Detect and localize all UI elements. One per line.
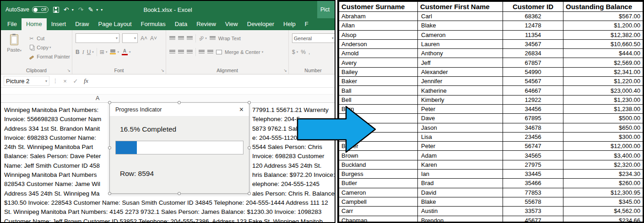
align-middle-button[interactable]: [178, 36, 184, 41]
table-cell[interactable]: $567.00: [563, 12, 643, 21]
table-cell[interactable]: 77853: [503, 188, 563, 197]
tab-page-layout[interactable]: Page Layout: [94, 18, 136, 30]
table-cell[interactable]: Peter: [418, 142, 503, 151]
table-cell[interactable]: Austin: [418, 207, 503, 216]
accounting-format-button[interactable]: $: [292, 49, 295, 55]
table-cell[interactable]: $300.00: [563, 132, 643, 141]
font-name-select[interactable]: ▾: [76, 33, 119, 43]
customize-quick-access-icon[interactable]: ▾: [101, 8, 103, 12]
table-cell[interactable]: Chapman: [339, 216, 418, 223]
autosave-toggle[interactable]: AutoSave Off: [5, 6, 49, 13]
table-cell[interactable]: Butler: [339, 179, 418, 188]
table-cell[interactable]: $2,320.00: [563, 160, 643, 169]
table-cell[interactable]: Alsop: [339, 30, 418, 39]
column-header-customer-first-name[interactable]: Customer First Name: [418, 2, 503, 12]
fill-color-button[interactable]: [110, 49, 116, 54]
table-cell[interactable]: $2,569.00: [563, 58, 643, 67]
table-cell[interactable]: 34456: [503, 104, 563, 113]
tab-home[interactable]: Home: [22, 18, 47, 30]
table-cell[interactable]: $10,660.50: [563, 39, 643, 48]
table-cell[interactable]: Dave: [418, 114, 503, 123]
table-cell[interactable]: Allan: [339, 21, 418, 30]
pen-icon[interactable]: ✎: [88, 6, 94, 13]
table-cell[interactable]: Arnold: [339, 49, 418, 58]
table-cell[interactable]: Cameron: [418, 30, 503, 39]
alignment-dialog-launcher-icon[interactable]: ↘: [283, 69, 287, 73]
table-cell[interactable]: 12478: [503, 21, 563, 30]
column-header-row[interactable]: A: [1, 95, 335, 103]
format-painter-button[interactable]: Format Painter: [28, 53, 70, 60]
table-cell[interactable]: 68362: [503, 12, 563, 21]
table-cell[interactable]: $1,200.00: [563, 21, 643, 30]
clipboard-dialog-launcher-icon[interactable]: ↘: [67, 69, 70, 73]
table-cell[interactable]: Adam: [418, 151, 503, 160]
table-cell[interactable]: $12,382.00: [563, 30, 643, 39]
table-cell[interactable]: Ball: [339, 86, 418, 95]
wrap-text-button[interactable]: Wrap Text: [218, 36, 241, 41]
table-cell[interactable]: $3,400.00: [563, 151, 643, 160]
shrink-font-button[interactable]: A˅: [150, 36, 157, 41]
align-right-button[interactable]: [187, 50, 193, 54]
table-cell[interactable]: $345.00: [563, 197, 643, 206]
comma-style-button[interactable]: ,: [308, 49, 310, 55]
align-center-button[interactable]: [178, 50, 184, 54]
table-cell[interactable]: $12,000.00: [563, 142, 643, 151]
table-cell[interactable]: 64667: [503, 86, 563, 95]
tab-review[interactable]: Review: [192, 18, 221, 30]
orientation-button[interactable]: ab: [198, 35, 205, 42]
selection-handle[interactable]: [178, 192, 181, 195]
selection-handle[interactable]: [108, 192, 111, 195]
column-header-customer-surname[interactable]: Customer Surname: [339, 2, 418, 12]
table-cell[interactable]: $234.30: [563, 170, 643, 179]
table-cell[interactable]: 34567: [503, 39, 563, 48]
table-cell[interactable]: Carl: [418, 12, 503, 21]
table-cell[interactable]: $1,230.00: [563, 95, 643, 104]
table-cell[interactable]: Baker: [339, 77, 418, 86]
undo-icon[interactable]: ↶: [64, 6, 69, 13]
table-cell[interactable]: $1,238.00: [563, 104, 643, 113]
table-cell[interactable]: Lisa: [418, 132, 503, 141]
table-cell[interactable]: $23,000.40: [563, 86, 643, 95]
save-icon[interactable]: [53, 7, 59, 13]
table-cell[interactable]: Brendon: [418, 216, 503, 223]
grow-font-button[interactable]: A˄: [141, 36, 147, 41]
table-cell[interactable]: Peter: [418, 104, 503, 113]
selection-handle[interactable]: [178, 101, 181, 104]
table-cell[interactable]: Jason: [418, 123, 503, 132]
align-top-button[interactable]: [169, 36, 175, 41]
table-cell[interactable]: Campbell: [339, 197, 418, 206]
pen-dropdown-icon[interactable]: ▾: [96, 8, 98, 12]
table-cell[interactable]: Abraham: [339, 12, 418, 21]
font-color-button[interactable]: A: [122, 49, 128, 55]
undo-dropdown-icon[interactable]: ▾: [72, 8, 74, 12]
table-cell[interactable]: $234.66: [563, 216, 643, 223]
dialog-close-button[interactable]: ×: [235, 106, 244, 113]
tab-f[interactable]: F: [300, 18, 313, 30]
table-cell[interactable]: Anderson: [339, 39, 418, 48]
tab-developer[interactable]: Developer: [243, 18, 279, 30]
table-cell[interactable]: Buckland: [339, 160, 418, 169]
table-cell[interactable]: $500.00: [563, 114, 643, 123]
decrease-indent-button[interactable]: [199, 50, 205, 54]
table-cell[interactable]: 45677: [503, 216, 563, 223]
table-cell[interactable]: Anthony: [418, 49, 503, 58]
table-cell[interactable]: Jennifer: [418, 77, 503, 86]
table-cell[interactable]: Avery: [339, 58, 418, 67]
table-cell[interactable]: Karen: [418, 160, 503, 169]
table-cell[interactable]: Lauren: [418, 39, 503, 48]
insert-function-button[interactable]: fx: [82, 77, 90, 85]
table-cell[interactable]: 34678: [503, 123, 563, 132]
selection-handle[interactable]: [108, 101, 111, 104]
table-cell[interactable]: 35466: [503, 179, 563, 188]
borders-button[interactable]: ⊞: [100, 49, 104, 55]
table-cell[interactable]: 67857: [503, 58, 563, 67]
table-cell[interactable]: Blake: [418, 197, 503, 206]
table-cell[interactable]: $1,220.00: [563, 77, 643, 86]
table-cell[interactable]: Blake: [418, 21, 503, 30]
tab-view[interactable]: View: [221, 18, 243, 30]
column-header-oustanding-balance[interactable]: Oustanding Balance: [563, 2, 643, 12]
cancel-button[interactable]: ×: [61, 78, 69, 85]
tab-insert[interactable]: Insert: [47, 18, 71, 30]
underline-button[interactable]: U: [87, 49, 91, 55]
table-cell[interactable]: 54990: [503, 67, 563, 76]
